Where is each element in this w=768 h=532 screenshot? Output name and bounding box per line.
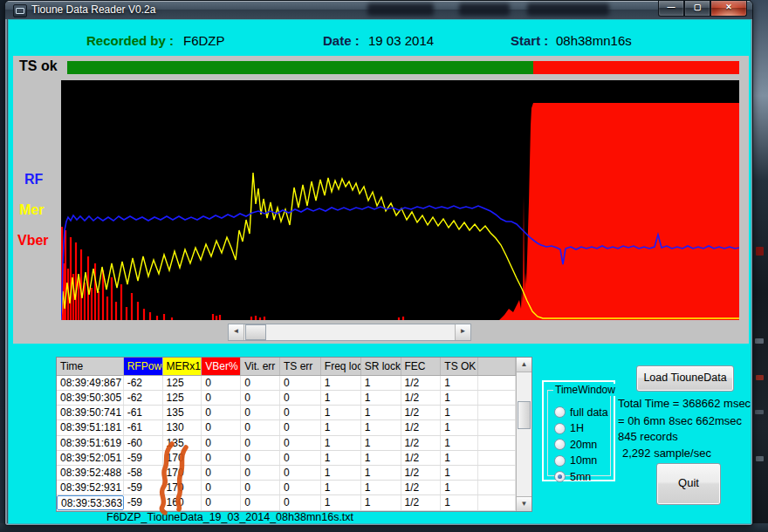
table-cell[interactable]: 135 bbox=[163, 436, 202, 450]
table-cell[interactable]: 1/2 bbox=[401, 420, 442, 434]
table-cell[interactable]: 170 bbox=[163, 466, 202, 480]
table-cell[interactable]: 1/2 bbox=[401, 406, 442, 419]
table-row[interactable]: 08:39:52:488-58170000111/21 bbox=[57, 466, 516, 481]
load-tiounedata-button[interactable]: Load TiouneData bbox=[636, 365, 734, 392]
table-cell[interactable]: 1 bbox=[361, 420, 401, 434]
table-cell[interactable]: 1/2 bbox=[401, 481, 442, 494]
table-cell[interactable]: 1 bbox=[441, 391, 478, 405]
table-cell[interactable]: 125 bbox=[163, 376, 202, 390]
table-cell[interactable]: 0 bbox=[202, 376, 241, 390]
table-cell[interactable]: 08:39:52:488 bbox=[57, 466, 124, 480]
table-row[interactable]: 08:39:49:867-62125000111/21 bbox=[57, 376, 516, 391]
table-cell[interactable]: 1 bbox=[361, 451, 401, 465]
column-header-Freq lock[interactable]: Freq lock bbox=[321, 358, 361, 375]
table-cell[interactable]: 1 bbox=[441, 451, 478, 465]
table-cell[interactable]: -59 bbox=[124, 495, 163, 510]
table-cell[interactable]: 0 bbox=[202, 481, 241, 494]
close-button[interactable]: ✕ bbox=[710, 1, 747, 17]
table-cell[interactable]: 0 bbox=[241, 451, 280, 465]
scroll-left-arrow-icon[interactable]: ◄ bbox=[229, 324, 244, 340]
titlebar[interactable]: Tioune Data Reader V0.2a — ▢ ✕ bbox=[5, 1, 752, 19]
table-cell[interactable]: 1 bbox=[361, 495, 401, 510]
table-cell[interactable]: 1 bbox=[321, 436, 361, 450]
scroll-down-arrow-icon[interactable]: ▼ bbox=[517, 496, 531, 511]
table-cell[interactable]: 170 bbox=[163, 481, 202, 494]
radio-button-icon[interactable] bbox=[554, 423, 566, 434]
column-header-SR lock[interactable]: SR lock bbox=[361, 358, 401, 375]
table-cell[interactable]: 1 bbox=[361, 391, 401, 405]
column-header-MERx10[interactable]: MERx10 bbox=[163, 358, 202, 375]
table-cell[interactable]: 0 bbox=[202, 451, 241, 465]
table-cell[interactable]: 170 bbox=[163, 451, 202, 465]
table-cell[interactable]: 0 bbox=[241, 466, 280, 480]
table-cell[interactable]: 0 bbox=[280, 481, 321, 494]
table-cell[interactable]: 08:39:53:363 bbox=[57, 495, 124, 510]
radio-full-data[interactable]: full data bbox=[554, 406, 608, 419]
table-cell[interactable] bbox=[478, 481, 516, 494]
radio-button-icon[interactable] bbox=[554, 471, 566, 482]
table-cell[interactable]: 0 bbox=[202, 420, 241, 434]
table-cell[interactable] bbox=[478, 420, 516, 434]
table-cell[interactable] bbox=[478, 495, 516, 510]
table-cell[interactable] bbox=[478, 466, 516, 480]
table-cell[interactable]: -59 bbox=[124, 481, 163, 494]
scrollbar-track[interactable] bbox=[244, 324, 455, 340]
table-cell[interactable]: 1/2 bbox=[401, 436, 442, 450]
column-header-TS err[interactable]: TS err bbox=[280, 358, 321, 375]
table-cell[interactable]: 1 bbox=[321, 481, 361, 494]
table-cell[interactable]: 1 bbox=[441, 436, 478, 450]
table-cell[interactable]: 0 bbox=[280, 451, 321, 465]
table-cell[interactable] bbox=[478, 391, 516, 405]
scrollbar-thumb[interactable] bbox=[518, 401, 531, 429]
table-cell[interactable]: 1 bbox=[321, 495, 361, 510]
column-header-VBer%[interactable]: VBer% bbox=[202, 358, 241, 375]
table-cell[interactable]: 08:39:50:305 bbox=[57, 391, 124, 405]
table-vertical-scrollbar[interactable]: ▲ ▼ bbox=[516, 358, 531, 511]
table-row[interactable]: 08:39:50:305-62125000111/21 bbox=[57, 391, 516, 406]
table-cell[interactable]: 0 bbox=[280, 406, 321, 419]
column-header-Time[interactable]: Time bbox=[57, 358, 124, 375]
table-cell[interactable]: 1/2 bbox=[401, 495, 442, 510]
table-cell[interactable]: 0 bbox=[241, 406, 280, 419]
scrollbar-thumb[interactable] bbox=[245, 324, 266, 340]
table-cell[interactable]: 1 bbox=[361, 466, 401, 480]
table-cell[interactable]: 135 bbox=[163, 406, 202, 419]
table-cell[interactable]: 1 bbox=[321, 466, 361, 480]
table-row[interactable]: 08:39:52:051-59170000111/21 bbox=[57, 451, 516, 466]
table-cell[interactable]: 0 bbox=[202, 391, 241, 405]
table-row[interactable]: 08:39:51:619-60135000111/21 bbox=[57, 436, 516, 451]
table-cell[interactable]: 0 bbox=[202, 495, 241, 510]
table-cell[interactable]: 0 bbox=[241, 481, 280, 494]
table-cell[interactable]: 1 bbox=[321, 406, 361, 419]
table-cell[interactable]: -61 bbox=[124, 420, 163, 434]
table-cell[interactable]: 0 bbox=[280, 466, 321, 480]
table-cell[interactable]: 0 bbox=[241, 420, 280, 434]
table-cell[interactable]: 08:39:49:867 bbox=[57, 376, 124, 390]
table-cell[interactable] bbox=[478, 436, 516, 450]
table-cell[interactable]: 0 bbox=[241, 376, 280, 390]
table-cell[interactable]: 0 bbox=[202, 436, 241, 450]
scroll-up-arrow-icon[interactable]: ▲ bbox=[517, 358, 531, 372]
table-cell[interactable]: 0 bbox=[280, 495, 321, 510]
radio-20mn[interactable]: 20mn bbox=[554, 438, 597, 451]
table-cell[interactable]: 1 bbox=[361, 481, 401, 494]
table-cell[interactable]: 0 bbox=[241, 391, 280, 405]
table-cell[interactable]: 0 bbox=[202, 466, 241, 480]
column-header-RFPower[interactable]: RFPower bbox=[124, 358, 163, 375]
maximize-button[interactable]: ▢ bbox=[684, 1, 710, 17]
table-cell[interactable]: 1 bbox=[321, 420, 361, 434]
column-header-Vit. err[interactable]: Vit. err bbox=[241, 358, 280, 375]
table-cell[interactable]: 08:39:51:619 bbox=[57, 436, 124, 450]
table-cell[interactable]: 08:39:50:741 bbox=[57, 406, 124, 419]
table-cell[interactable]: 1 bbox=[441, 495, 478, 510]
table-cell[interactable]: 160 bbox=[163, 495, 202, 510]
table-cell[interactable]: 1 bbox=[361, 436, 401, 450]
table-cell[interactable] bbox=[478, 406, 516, 419]
table-cell[interactable]: -59 bbox=[124, 451, 163, 465]
table-cell[interactable]: 1 bbox=[361, 406, 401, 419]
minimize-button[interactable]: — bbox=[658, 1, 684, 17]
table-cell[interactable]: 0 bbox=[280, 391, 321, 405]
table-cell[interactable]: -58 bbox=[124, 466, 163, 480]
table-cell[interactable]: 0 bbox=[241, 495, 280, 510]
table-cell[interactable]: 0 bbox=[280, 420, 321, 434]
